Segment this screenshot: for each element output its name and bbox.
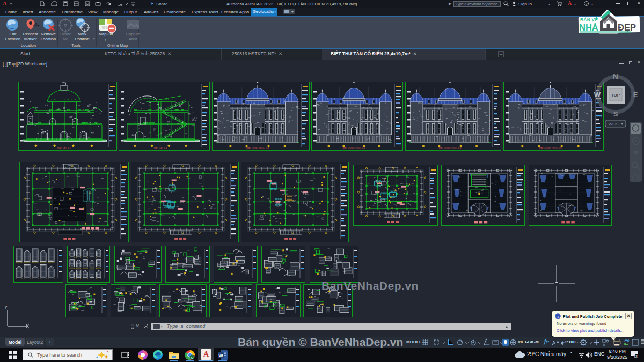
svg-text:Y: Y [4, 305, 8, 310]
svg-text:W: W [218, 353, 223, 358]
svg-text:BẢN VẼ: BẢN VẼ [580, 17, 598, 23]
svg-text:E: E [633, 91, 638, 99]
svg-text:NHÀ: NHÀ [579, 23, 598, 32]
svg-text:MAT DUNG TRUC 3-4: MAT DUNG TRUC 3-4 [343, 146, 366, 149]
svg-text:W: W [594, 91, 601, 99]
svg-text:MAT DUNG TRUC 2-3: MAT DUNG TRUC 2-3 [246, 146, 269, 149]
svg-text:WCS: WCS [609, 122, 619, 127]
svg-text:MAT DUNG TRUC 4-5: MAT DUNG TRUC 4-5 [439, 146, 462, 149]
svg-text:S: S [613, 110, 618, 118]
svg-text:▾: ▾ [621, 122, 623, 125]
svg-text:N: N [613, 72, 618, 80]
svg-text:TOP: TOP [611, 93, 620, 98]
svg-text:MAT DUNG TRUC 5-6: MAT DUNG TRUC 5-6 [539, 146, 562, 149]
svg-text:ĐẸP: ĐẸP [618, 23, 636, 32]
svg-text:Q: Q [191, 356, 194, 359]
svg-text:MAT CAT 4-4: MAT CAT 4-4 [154, 146, 167, 149]
svg-text:MAT CAT 3-3: MAT CAT 3-3 [57, 146, 71, 149]
svg-text:2: 2 [635, 354, 638, 358]
